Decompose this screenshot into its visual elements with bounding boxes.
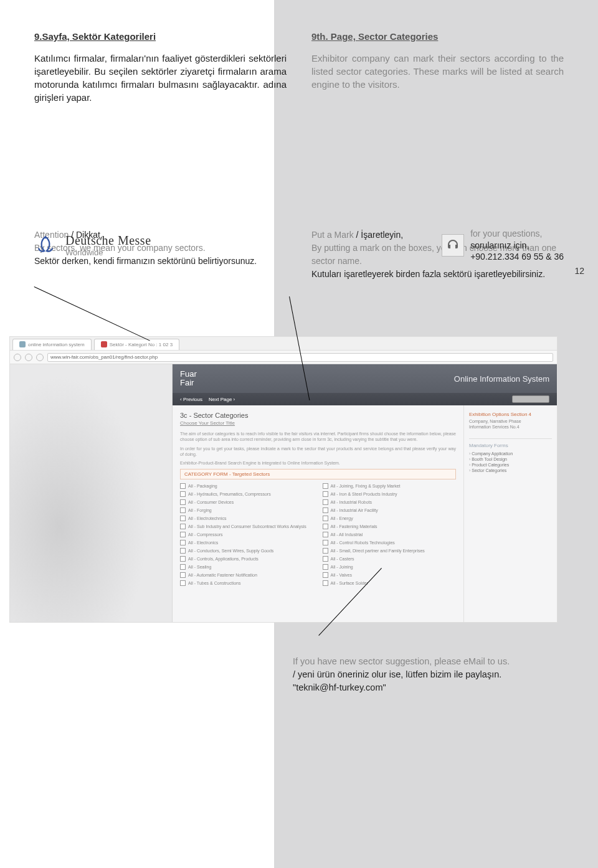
checkbox-icon[interactable] [323, 540, 328, 545]
checkbox-icon[interactable] [323, 532, 328, 537]
headset-icon [442, 234, 464, 257]
sector-checkbox-item[interactable]: All - Control Robots Technologies [323, 540, 457, 545]
sector-checkbox-item[interactable]: All - Iron & Steel Products Industry [323, 491, 457, 497]
browser-tab-2[interactable]: Sektör - Kategori No : 1 02 3 [94, 339, 179, 350]
sector-checkbox-item[interactable]: All - Energy [323, 516, 457, 521]
sector-checkbox-item[interactable]: All - Electrotechnics [180, 516, 314, 521]
nav-previous[interactable]: ‹ Previous [180, 397, 202, 402]
favicon-icon [19, 341, 26, 347]
form-desc-1: The aim of sector categories is to reach… [180, 431, 456, 442]
sector-checkbox-item[interactable]: All - Valves [323, 572, 457, 578]
sector-checkbox-item[interactable]: All - Surface Solder [323, 580, 457, 586]
annotation-line-1 [34, 286, 150, 341]
sector-checkbox-item[interactable]: All - Industrial Robots [323, 499, 457, 505]
sector-checkbox-label: All - Surface Solder [331, 581, 368, 585]
checkbox-icon[interactable] [323, 556, 328, 562]
language-flag-button[interactable] [512, 395, 549, 403]
deutsche-messe-logo-icon [34, 234, 57, 257]
checkbox-icon[interactable] [323, 524, 328, 529]
sector-checkbox-label: All - Control Robots Technologies [331, 540, 395, 545]
page-footer: Deutsche Messe Worldwide for your questi… [0, 228, 598, 262]
checkbox-icon[interactable] [323, 507, 328, 513]
checkbox-icon[interactable] [323, 499, 328, 505]
reload-icon[interactable] [36, 354, 44, 361]
checkbox-icon[interactable] [180, 524, 186, 529]
sector-checkbox-item[interactable]: All - Sealing [180, 564, 314, 570]
forward-icon[interactable] [25, 354, 32, 361]
mark-desc-tr: Kutuları işaretleyerek birden fazla sekt… [311, 268, 564, 281]
checkbox-icon[interactable] [180, 532, 186, 537]
sector-checkbox-label: All - Fastening Materials [331, 524, 377, 529]
sector-checkbox-item[interactable]: All - Casters [323, 556, 457, 562]
sector-checkbox-item[interactable]: All - All Industrial [323, 532, 457, 537]
sector-checkbox-label: All - Joining, Fixing & Supply Market [331, 484, 401, 488]
sector-checkbox-item[interactable]: All - Hydraulics, Pneumatics, Compressor… [180, 491, 314, 497]
svg-point-0 [44, 236, 47, 238]
sidebar-list-item[interactable]: Booth Tool Design [469, 456, 552, 462]
checkbox-icon[interactable] [180, 548, 186, 554]
sidebar-list-item[interactable]: Company Application [469, 451, 552, 456]
checkbox-icon[interactable] [323, 548, 328, 554]
sector-checkbox-item[interactable]: All - Automatic Fastener Notification [180, 572, 314, 578]
form-desc-2: In order for you to get your tasks, plea… [180, 446, 456, 457]
sector-checkbox-item[interactable]: All - Joining, Fixing & Supply Market [323, 483, 457, 489]
checkbox-icon[interactable] [180, 491, 186, 497]
sidebar-list-item[interactable]: Product Categories [469, 462, 552, 468]
checkbox-icon[interactable] [180, 572, 186, 578]
favicon-icon [101, 341, 107, 347]
sector-checkbox-item[interactable]: All - Packaging [180, 483, 314, 489]
suggestion-email: "teknik@hf-turkey.com" [293, 681, 567, 694]
form-section-header: CATEGORY FORM - Targeted Sectors [180, 469, 456, 479]
checkbox-icon[interactable] [323, 483, 328, 489]
heading-right: 9th. Page, Sector Categories [311, 30, 564, 43]
sector-checkbox-label: All - Consumer Devices [188, 500, 234, 504]
sector-checkbox-label: All - Energy [331, 516, 353, 521]
contact-phone: +90.212.334 69 55 & 36 [470, 251, 564, 262]
checkbox-icon[interactable] [323, 572, 328, 578]
sidebar-list-item[interactable]: Sector Categories [469, 468, 552, 473]
sector-checkbox-item[interactable]: All - Small, Direct partner and Family E… [323, 548, 457, 554]
sector-checkbox-label: All - Industrial Robots [331, 500, 373, 504]
sidebar-title: Exhibition Options Section 4 [469, 412, 552, 417]
sector-checkbox-item[interactable]: All - Industrial Air Facility [323, 507, 457, 513]
sector-checkbox-item[interactable]: All - Joining [323, 564, 457, 570]
sector-checkbox-label: All - Forging [188, 508, 212, 512]
sector-checkbox-item[interactable]: All - Conductors, Semi Wires, Supply Goo… [180, 548, 314, 554]
sector-checkbox-item[interactable]: All - Sub Industry and Consumer Subcontr… [180, 524, 314, 529]
browser-tab-1[interactable]: online information system [12, 339, 92, 350]
footer-brand-sub: Worldwide [65, 248, 151, 257]
checkbox-icon[interactable] [180, 540, 186, 545]
checkbox-icon[interactable] [180, 507, 186, 513]
sector-checkbox-label: All - Sealing [188, 565, 211, 569]
sector-checkbox-item[interactable]: All - Electronics [180, 540, 314, 545]
sidebar-line-2: Information Services No.4 [469, 424, 552, 430]
checkbox-icon[interactable] [180, 483, 186, 489]
checkbox-icon[interactable] [180, 580, 186, 586]
sector-checkbox-label: All - Casters [331, 557, 354, 561]
checkbox-icon[interactable] [323, 580, 328, 586]
sector-checkbox-item[interactable]: All - Fastening Materials [323, 524, 457, 529]
back-icon[interactable] [14, 354, 21, 361]
browser-toolbar: www.win-fair.com/obs_pan01/reg/find-sect… [10, 351, 557, 364]
checkbox-icon[interactable] [323, 516, 328, 521]
system-title: Online Information System [454, 374, 549, 384]
sector-checkbox-label: All - Packaging [188, 484, 217, 488]
sector-checkbox-item[interactable]: All - Compressors [180, 532, 314, 537]
checkbox-icon[interactable] [323, 491, 328, 497]
sector-checkbox-item[interactable]: All - Tubes & Constructions [180, 580, 314, 586]
checkbox-icon[interactable] [180, 499, 186, 505]
checkbox-icon[interactable] [180, 556, 186, 562]
nav-next[interactable]: Next Page › [209, 397, 235, 402]
sector-checkbox-item[interactable]: All - Controls, Applications, Products [180, 556, 314, 562]
checkbox-icon[interactable] [180, 564, 186, 570]
sector-checkbox-item[interactable]: All - Forging [180, 507, 314, 513]
checkbox-icon[interactable] [323, 564, 328, 570]
form-engine-note: Exhibitor-Product-Brand Search Engine is… [180, 461, 456, 465]
sector-checkbox-item[interactable]: All - Consumer Devices [180, 499, 314, 505]
sector-checkbox-label: All - Valves [331, 573, 353, 577]
paragraph-left: Katılımcı firmalar, firmaları'nın faaliy… [34, 52, 287, 104]
sector-checkbox-label: All - Tubes & Constructions [188, 581, 240, 585]
sector-checkbox-label: All - Iron & Steel Products Industry [331, 492, 397, 496]
sector-checkbox-label: All - All Industrial [331, 532, 363, 537]
checkbox-icon[interactable] [180, 516, 186, 521]
